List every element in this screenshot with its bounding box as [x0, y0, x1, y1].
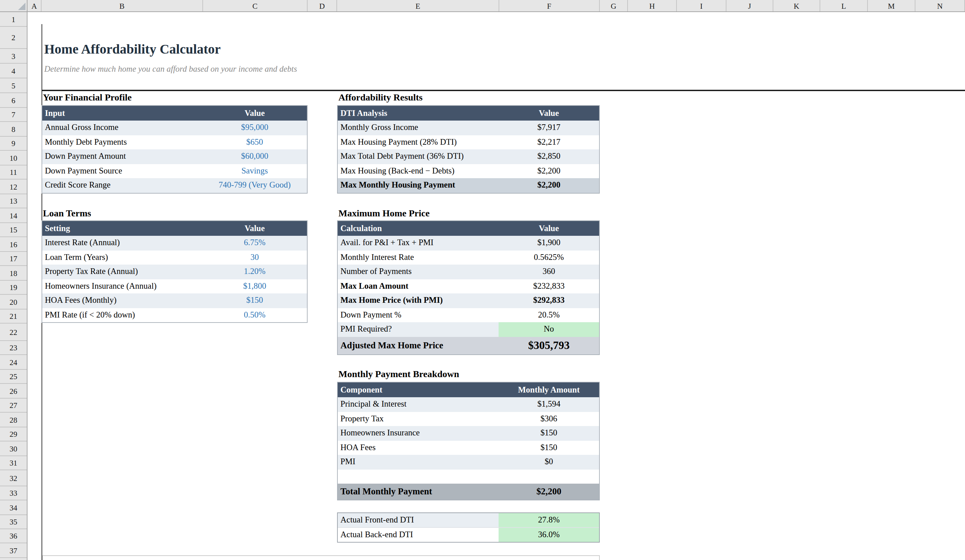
- table-row[interactable]: PMI$0: [338, 455, 599, 469]
- row-header-32[interactable]: 32: [0, 470, 27, 486]
- column-header-H[interactable]: H: [628, 0, 677, 11]
- row-header-8[interactable]: 8: [0, 122, 27, 137]
- header-cell-value[interactable]: Value: [202, 221, 307, 236]
- row-value[interactable]: $650: [202, 135, 307, 149]
- table-row[interactable]: Interest Rate (Annual)6.75%: [42, 236, 307, 250]
- table-row[interactable]: Homeowners Insurance (Annual)$1,800: [42, 279, 307, 293]
- row-label[interactable]: Max Housing (Back-end − Debts): [338, 164, 499, 178]
- row-header-6[interactable]: 6: [0, 93, 27, 108]
- row-header-4[interactable]: 4: [0, 64, 27, 78]
- row-header-5[interactable]: 5: [0, 78, 27, 93]
- row-header-19[interactable]: 19: [0, 281, 27, 295]
- column-header-C[interactable]: C: [203, 0, 307, 11]
- row-header-15[interactable]: 15: [0, 223, 27, 237]
- row-header-37[interactable]: 37: [0, 543, 27, 558]
- row-header-30[interactable]: 30: [0, 441, 27, 456]
- table-row[interactable]: Number of Payments360: [338, 264, 599, 279]
- row-value[interactable]: $95,000: [202, 121, 307, 135]
- row-header-36[interactable]: 36: [0, 529, 27, 543]
- column-header-G[interactable]: G: [600, 0, 628, 11]
- total-value[interactable]: $2,200: [499, 484, 599, 500]
- table-row[interactable]: Homeowners Insurance$150: [338, 426, 599, 441]
- header-cell-component[interactable]: Component: [338, 382, 499, 397]
- table-header-row[interactable]: Component Monthly Amount: [338, 382, 599, 397]
- column-header-E[interactable]: E: [337, 0, 499, 11]
- header-cell-value[interactable]: Value: [202, 106, 307, 121]
- row-label[interactable]: Loan Term (Years): [42, 250, 202, 264]
- row-header-10[interactable]: 10: [0, 151, 27, 165]
- row-label[interactable]: Max Total Debt Payment (36% DTI): [338, 149, 499, 164]
- back-end-dti-value[interactable]: 36.0%: [499, 527, 599, 542]
- row-value[interactable]: $150: [202, 293, 307, 308]
- table-row[interactable]: Down Payment Amount$60,000: [42, 149, 307, 164]
- row-header-2[interactable]: 2: [0, 27, 27, 49]
- row-value[interactable]: 1.20%: [202, 264, 307, 279]
- row-label[interactable]: Monthly Debt Payments: [42, 135, 202, 149]
- table-row[interactable]: Property Tax Rate (Annual)1.20%: [42, 264, 307, 279]
- payment-breakdown-chart[interactable]: Monthly Payment Breakdown: [42, 555, 600, 560]
- header-cell-dti-analysis[interactable]: DTI Analysis: [338, 106, 499, 121]
- row-label[interactable]: HOA Fees (Monthly): [42, 293, 202, 308]
- table-row[interactable]: Max Home Price (with PMI)$292,833: [338, 293, 599, 308]
- row-label[interactable]: Down Payment Amount: [42, 149, 202, 164]
- row-header-1[interactable]: 1: [0, 12, 27, 27]
- row-label[interactable]: Down Payment Source: [42, 164, 202, 178]
- row-header-27[interactable]: 27: [0, 398, 27, 413]
- heading-monthly-payment-breakdown[interactable]: Monthly Payment Breakdown: [339, 367, 459, 382]
- heading-your-financial-profile[interactable]: Your Financial Profile: [43, 90, 132, 105]
- row-value[interactable]: 20.5%: [499, 308, 599, 322]
- table-row[interactable]: Credit Score Range740-799 (Very Good): [42, 178, 307, 193]
- column-header-K[interactable]: K: [774, 0, 820, 11]
- row-label[interactable]: Interest Rate (Annual): [42, 236, 202, 250]
- row-value[interactable]: $2,200: [499, 164, 599, 178]
- table-row[interactable]: Principal & Interest$1,594: [338, 397, 599, 411]
- table-row[interactable]: PMI Rate (if < 20% down)0.50%: [42, 308, 307, 322]
- row-value[interactable]: 740-799 (Very Good): [202, 178, 307, 193]
- column-header-D[interactable]: D: [307, 0, 337, 11]
- row-header-20[interactable]: 20: [0, 295, 27, 309]
- row-header-33[interactable]: 33: [0, 486, 27, 500]
- table-row[interactable]: Max Housing (Back-end − Debts)$2,200: [338, 164, 599, 178]
- heading-affordability-results[interactable]: Affordability Results: [339, 90, 422, 105]
- table-row[interactable]: Max Loan Amount$232,833: [338, 279, 599, 293]
- row-value[interactable]: $232,833: [499, 279, 599, 293]
- heading-loan-terms[interactable]: Loan Terms: [43, 206, 91, 221]
- table-row[interactable]: Down Payment SourceSavings: [42, 164, 307, 178]
- row-header-16[interactable]: 16: [0, 237, 27, 252]
- row-label[interactable]: Credit Score Range: [42, 178, 202, 193]
- row-label[interactable]: Homeowners Insurance (Annual): [42, 279, 202, 293]
- row-label[interactable]: Actual Back-end DTI: [338, 527, 499, 542]
- row-value[interactable]: $2,850: [499, 149, 599, 164]
- row-label[interactable]: Monthly Interest Rate: [338, 250, 499, 264]
- header-cell-monthly-amount[interactable]: Monthly Amount: [499, 382, 599, 397]
- row-label[interactable]: Property Tax Rate (Annual): [42, 264, 202, 279]
- row-label[interactable]: Max Home Price (with PMI): [338, 293, 499, 308]
- total-value[interactable]: $2,200: [499, 178, 599, 193]
- row-header-31[interactable]: 31: [0, 456, 27, 470]
- row-label[interactable]: PMI: [338, 455, 499, 469]
- table-row[interactable]: Monthly Debt Payments$650: [42, 135, 307, 149]
- header-cell-calculation[interactable]: Calculation: [338, 221, 499, 236]
- row-header-3[interactable]: 3: [0, 49, 27, 64]
- row-value[interactable]: 360: [499, 264, 599, 279]
- front-end-dti-value[interactable]: 27.8%: [499, 513, 599, 527]
- row-header-18[interactable]: 18: [0, 266, 27, 281]
- table-row[interactable]: Monthly Gross Income$7,917: [338, 121, 599, 135]
- row-label[interactable]: Property Tax: [338, 411, 499, 426]
- row-value[interactable]: 6.75%: [202, 236, 307, 250]
- empty-row[interactable]: [338, 469, 599, 484]
- row-value[interactable]: $60,000: [202, 149, 307, 164]
- table-row[interactable]: HOA Fees (Monthly)$150: [42, 293, 307, 308]
- row-label[interactable]: Avail. for P&I + Tax + PMI: [338, 236, 499, 250]
- table-row[interactable]: Avail. for P&I + Tax + PMI$1,900: [338, 236, 599, 250]
- header-cell-setting[interactable]: Setting: [42, 221, 202, 236]
- row-header-23[interactable]: 23: [0, 341, 27, 355]
- row-header-9[interactable]: 9: [0, 137, 27, 151]
- row-label[interactable]: PMI Required?: [338, 322, 499, 336]
- total-label[interactable]: Max Monthly Housing Payment: [338, 178, 499, 193]
- row-label[interactable]: Homeowners Insurance: [338, 426, 499, 441]
- table-header-row[interactable]: Calculation Value: [338, 221, 599, 236]
- row-label[interactable]: Annual Gross Income: [42, 121, 202, 135]
- table-header-row[interactable]: DTI Analysis Value: [338, 106, 599, 121]
- total-monthly-payment-row[interactable]: Total Monthly Payment $2,200: [338, 484, 599, 500]
